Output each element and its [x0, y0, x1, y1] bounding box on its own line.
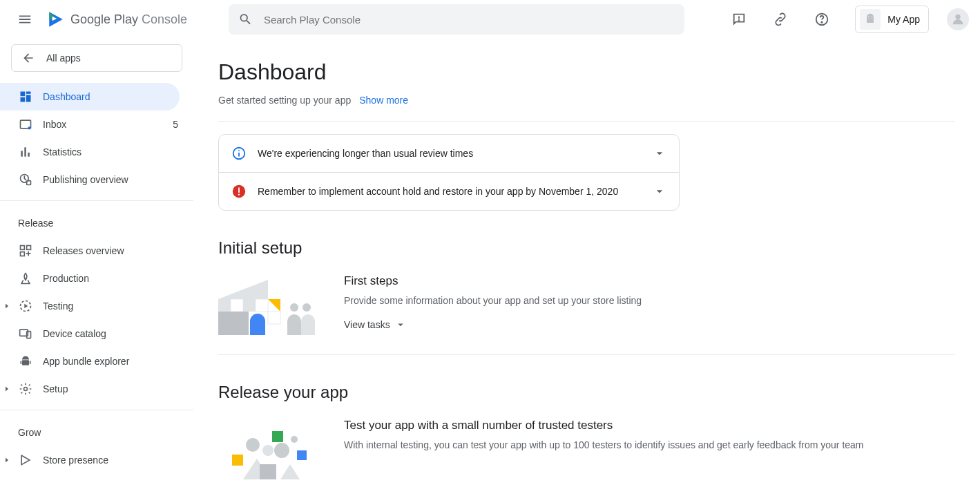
setup-icon	[18, 382, 33, 396]
setup-card: First steps Provide some information abo…	[218, 271, 955, 354]
sidebar-item-label: Testing	[43, 301, 73, 312]
logo-play-text: Google Play	[70, 12, 138, 26]
production-icon	[18, 271, 33, 285]
release-card: Test your app with a small number of tru…	[218, 416, 955, 496]
svg-rect-15	[24, 147, 26, 156]
sidebar-item-app-bundle-explorer[interactable]: App bundle explorer	[0, 347, 193, 375]
svg-point-51	[291, 436, 298, 443]
link-icon	[773, 12, 788, 27]
alert-container: We're experiencing longer than usual rev…	[218, 134, 680, 211]
sidebar-item-label: Statistics	[43, 146, 81, 158]
header: Google Play Console My App	[0, 0, 980, 39]
sidebar-item-label: Publishing overview	[43, 174, 128, 185]
expand-icon[interactable]	[3, 456, 11, 464]
main-content: Dashboard Get started setting up your ap…	[193, 39, 980, 496]
svg-marker-54	[280, 464, 300, 479]
app-bundle-icon	[18, 354, 33, 368]
svg-rect-20	[27, 246, 31, 250]
view-tasks-button[interactable]: View tasks	[344, 318, 642, 331]
svg-point-44	[302, 303, 311, 312]
svg-point-48	[246, 438, 260, 452]
sidebar-item-label: Store presence	[43, 455, 108, 466]
svg-rect-21	[21, 252, 25, 256]
illustration-initial-setup	[218, 271, 325, 335]
svg-marker-35	[218, 280, 268, 299]
svg-marker-40	[268, 299, 280, 312]
testing-icon	[18, 299, 33, 313]
search-icon	[238, 12, 253, 27]
chevron-down-icon	[653, 184, 666, 198]
feedback-icon	[731, 12, 747, 27]
feedback-button[interactable]	[725, 6, 753, 33]
svg-rect-36	[218, 299, 231, 312]
sidebar-section-grow: Grow	[0, 417, 193, 446]
sidebar-item-publishing-overview[interactable]: Publishing overview	[0, 166, 193, 193]
sidebar-item-production[interactable]: Production	[0, 265, 193, 292]
play-icon	[47, 10, 65, 28]
sidebar-item-dashboard[interactable]: Dashboard	[0, 83, 180, 111]
android-icon	[860, 9, 881, 30]
section-release: Release your app	[218, 383, 955, 402]
account-avatar[interactable]	[947, 8, 969, 30]
all-apps-button[interactable]: All apps	[11, 44, 182, 72]
svg-point-1	[739, 20, 740, 21]
svg-rect-42	[268, 312, 280, 324]
sidebar-item-setup[interactable]: Setup	[0, 375, 193, 403]
sidebar: All apps Dashboard Inbox 5 Statistics	[0, 39, 193, 496]
alert-text: We're experiencing longer than usual rev…	[258, 148, 473, 159]
card-body: With internal testing, you can test your…	[344, 439, 864, 450]
card-body: Provide some information about your app …	[344, 295, 642, 306]
alert-text: Remember to implement account hold and r…	[258, 186, 618, 197]
section-initial-setup: Initial setup	[218, 238, 955, 258]
logo[interactable]: Google Play Console	[47, 10, 187, 28]
svg-point-34	[238, 193, 240, 195]
help-icon	[814, 12, 829, 27]
help-button[interactable]	[808, 6, 836, 33]
info-icon	[231, 146, 247, 161]
dashboard-icon	[18, 90, 33, 104]
link-button[interactable]	[767, 6, 794, 33]
svg-rect-53	[260, 464, 276, 479]
expand-icon[interactable]	[3, 385, 11, 393]
sidebar-item-store-presence[interactable]: Store presence	[0, 446, 193, 474]
svg-rect-19	[21, 246, 25, 250]
search-input[interactable]	[262, 13, 675, 26]
logo-console-text: Console	[142, 12, 187, 26]
expand-icon[interactable]	[3, 302, 11, 310]
illustration-release	[218, 416, 325, 479]
svg-rect-33	[238, 188, 240, 193]
page-title: Dashboard	[218, 59, 955, 85]
sidebar-item-testing[interactable]: Testing	[0, 292, 193, 320]
menu-button[interactable]	[11, 6, 39, 33]
store-presence-icon	[18, 453, 33, 467]
app-name: My App	[887, 14, 920, 25]
svg-rect-27	[30, 361, 31, 364]
svg-rect-38	[243, 299, 256, 312]
header-actions: My App	[725, 6, 969, 33]
svg-rect-14	[21, 151, 22, 156]
svg-point-31	[238, 150, 240, 151]
svg-rect-39	[256, 299, 268, 312]
card-heading: First steps	[344, 274, 642, 288]
sidebar-item-label: Production	[43, 273, 89, 284]
svg-rect-41	[218, 312, 249, 335]
svg-rect-10	[26, 95, 31, 102]
svg-rect-37	[231, 299, 243, 312]
alert-item[interactable]: Remember to implement account hold and r…	[219, 172, 679, 210]
statistics-icon	[18, 145, 33, 159]
show-more-link[interactable]: Show more	[359, 95, 408, 106]
sidebar-item-releases-overview[interactable]: Releases overview	[0, 237, 193, 265]
sidebar-item-device-catalog[interactable]: Device catalog	[0, 320, 193, 347]
inbox-icon	[18, 117, 33, 131]
search-box[interactable]	[229, 4, 684, 35]
alert-item[interactable]: We're experiencing longer than usual rev…	[219, 135, 679, 172]
sidebar-item-label: Inbox	[43, 119, 66, 130]
svg-rect-25	[22, 360, 29, 365]
sidebar-item-label: Device catalog	[43, 328, 106, 339]
app-selector[interactable]: My App	[855, 6, 929, 33]
sidebar-item-inbox[interactable]: Inbox 5	[0, 111, 193, 138]
svg-rect-45	[272, 431, 283, 442]
sidebar-item-statistics[interactable]: Statistics	[0, 138, 193, 166]
svg-point-28	[24, 388, 28, 391]
svg-point-43	[290, 303, 298, 312]
